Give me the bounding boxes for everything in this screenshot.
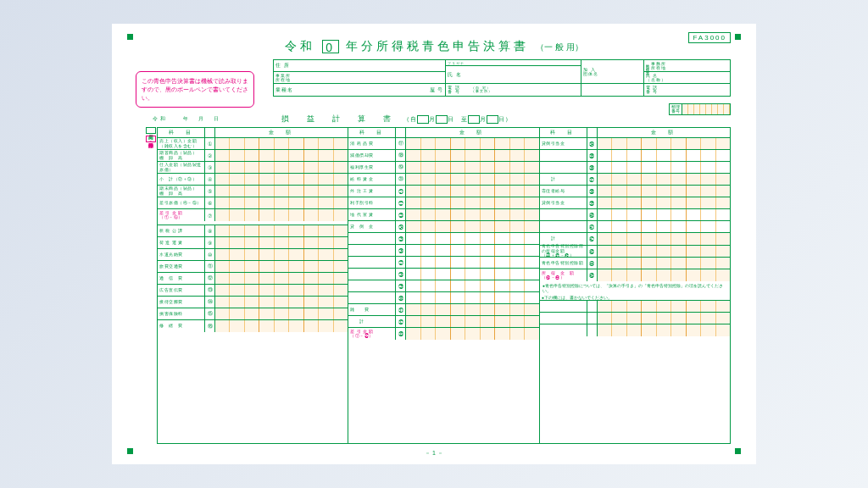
pl-row[interactable]: 差 引 金 額 （⑦－㉜）㉝ <box>348 328 538 340</box>
label-name: 氏 名 <box>448 72 471 78</box>
pl-row[interactable]: 青色申告特別控除額㊹ <box>540 258 730 269</box>
pl-row[interactable]: 租 税 公 課⑧ <box>158 225 348 237</box>
corner-mark <box>735 34 741 40</box>
label-phone: 電 話 番 号 <box>448 86 471 94</box>
corner-mark <box>127 34 133 40</box>
form-code: FA3000 <box>688 32 731 43</box>
reserved-row <box>540 313 730 324</box>
pl-col-2: 科 目 金 額 消 耗 品 費⑰減価償却費⑱福利厚生費⑲給 料 賃 金⑳外 注 … <box>348 127 539 444</box>
col-head-kamoku: 科 目 <box>540 128 587 137</box>
pl-row[interactable]: ㉟ <box>540 150 730 162</box>
side-tab-submit: 提出用 <box>146 127 156 134</box>
pl-row[interactable]: 期末商品（製品） 棚 卸 高⑤ <box>158 186 348 197</box>
seiri-number-box[interactable]: 整理 番号 <box>669 103 731 115</box>
label-acct-phone: 電 話 番 号 <box>646 86 670 94</box>
form-title: 令和 0 年分所得税青色申告決算書 （一 般 用） <box>127 39 741 54</box>
pl-row[interactable]: 減価償却費⑱ <box>348 150 538 162</box>
blue-deduction-note: ●青色申告特別控除については、「決算の手引き」の「青色申告特別控除」の項を読んで… <box>540 281 730 295</box>
pl-row[interactable]: 差 引 金 額 （①－⑥）⑦ <box>158 209 348 221</box>
pl-row[interactable]: 専従者給与㊳ <box>540 186 730 197</box>
pl-row[interactable]: 外 注 工 賃㉑ <box>348 186 538 197</box>
pl-statement-title: 損 益 計 算 書 （自月日 至月日） <box>281 114 512 125</box>
corner-mark <box>735 448 741 454</box>
era-label: 令和 <box>285 39 315 53</box>
title-general: （一 般 用） <box>536 42 583 52</box>
pl-row[interactable]: ㉖ <box>348 245 538 257</box>
pl-row[interactable]: 雑 費㉛ <box>348 304 538 316</box>
col-head-amount: 金 額 <box>215 128 348 137</box>
corner-mark <box>127 448 133 454</box>
pl-row[interactable]: 所 得 金 額 （㊸－㊹）㊺ <box>540 269 730 281</box>
pl-row[interactable]: 期首商品（製品） 棚 卸 高② <box>158 150 348 162</box>
side-tab-year-note: （令和二年分以降用） <box>146 136 156 142</box>
col-head-kamoku: 科 目 <box>348 128 396 137</box>
submission-date[interactable]: 令和 年 月 日 <box>153 115 221 123</box>
instruction-notice: この青色申告決算書は機械で読み取りますので、黒のボールペンで書いてください。 <box>136 71 254 108</box>
label-tax-acct: 依頼 税理 士等 <box>646 61 649 69</box>
pl-row[interactable]: ㉙ <box>348 280 538 292</box>
pl-row[interactable]: ㊵ <box>540 209 730 221</box>
tax-form-page: FA3000 令和 0 年分所得税青色申告決算書 （一 般 用） この青色申告決… <box>112 24 756 464</box>
year-input-box[interactable]: 0 <box>322 40 339 53</box>
col-head-amount: 金 額 <box>598 128 730 137</box>
label-furigana: フリガナ <box>448 61 465 65</box>
pl-row[interactable]: 利子割引料㉒ <box>348 197 538 209</box>
reserved-row <box>540 301 730 313</box>
pl-row[interactable]: 水道光熱費⑩ <box>158 249 348 261</box>
pl-row[interactable]: ㊱ <box>540 162 730 174</box>
label-yago: 屋 号 <box>430 87 444 93</box>
pl-row[interactable]: 損害保険料⑮ <box>158 308 348 320</box>
pl-row[interactable]: 福利厚生費⑲ <box>348 162 538 174</box>
label-office-addr: 事業所 所在地 <box>275 74 299 82</box>
pl-row[interactable]: 計㊲ <box>540 174 730 186</box>
label-group: 加 入 団体名 <box>583 68 607 76</box>
pl-row[interactable]: 給 料 賃 金⑳ <box>348 174 538 186</box>
label-acct-name: 氏 名 （名称） <box>646 74 670 82</box>
pl-row[interactable]: 消 耗 品 費⑰ <box>348 138 538 150</box>
pl-col-3: 科 目 金 額 貸倒引当金㉞㉟㊱ 計㊲専従者給与㊳貸倒引当金㊴㊵㊶ 計㊷ 青色申… <box>539 127 731 444</box>
pl-row[interactable]: 売上（収入）金額 （雑収入を含む）① <box>158 138 348 150</box>
pl-row[interactable]: 旅費交通費⑪ <box>158 261 348 273</box>
pl-row[interactable]: 貸倒引当金㊴ <box>540 197 730 209</box>
pl-row[interactable]: 貸 倒 金㉔ <box>348 221 538 233</box>
pl-row[interactable]: 修 繕 費⑯ <box>158 320 348 332</box>
page-number: － 1 － <box>425 449 443 458</box>
pl-row[interactable]: 荷 造 運 賃⑨ <box>158 237 348 249</box>
pl-row[interactable]: 仕入金額（製品製造原価）③ <box>158 162 348 174</box>
reserved-row <box>540 324 730 336</box>
pl-col-1: 科 目 金 額 売上（収入）金額 （雑収入を含む）①期首商品（製品） 棚 卸 高… <box>157 127 348 444</box>
pl-row[interactable]: 通 信 費⑫ <box>158 273 348 285</box>
label-acct-office: 事務所 所在地 <box>651 62 675 70</box>
pl-row[interactable]: ㉕ <box>348 233 538 245</box>
filer-header: 住 所 事業所 所在地 業種名屋 号 フリガナ 氏 名 電 話 番 号（自 宅）… <box>273 59 731 97</box>
pl-row[interactable]: 差引原価（④－⑤）⑥ <box>158 197 348 209</box>
pl-row[interactable]: ㉗ <box>348 257 538 269</box>
pl-grid: 提出用 （令和二年分以降用） 科 目 金 額 売上（収入）金額 （雑収入を含む）… <box>146 127 731 444</box>
col-head-amount: 金 額 <box>406 128 538 137</box>
pl-row[interactable]: 地 代 家 賃㉓ <box>348 209 538 221</box>
pl-row[interactable]: 小 計（②＋③）④ <box>158 174 348 186</box>
pl-row[interactable]: ㉘ <box>348 269 538 280</box>
col-head-kamoku: 科 目 <box>158 128 205 137</box>
label-business-type: 業種名 <box>275 87 299 93</box>
pl-row[interactable]: 貸倒引当金㉞ <box>540 138 730 150</box>
pl-row[interactable]: ㉚ <box>348 292 538 304</box>
label-address: 住 所 <box>275 63 299 69</box>
pl-row[interactable]: 広告宣伝費⑬ <box>158 285 348 297</box>
title-main: 年分所得税青色申告決算書 <box>346 39 529 53</box>
pl-row[interactable]: 計㉜ <box>348 316 538 328</box>
pl-row[interactable]: 青色申告特別控除前の所得金額 （㉝＋㊲－㊷）㊸ <box>540 246 730 258</box>
pl-row[interactable]: 接待交際費⑭ <box>158 297 348 308</box>
pl-row[interactable]: ㊶ <box>540 221 730 233</box>
